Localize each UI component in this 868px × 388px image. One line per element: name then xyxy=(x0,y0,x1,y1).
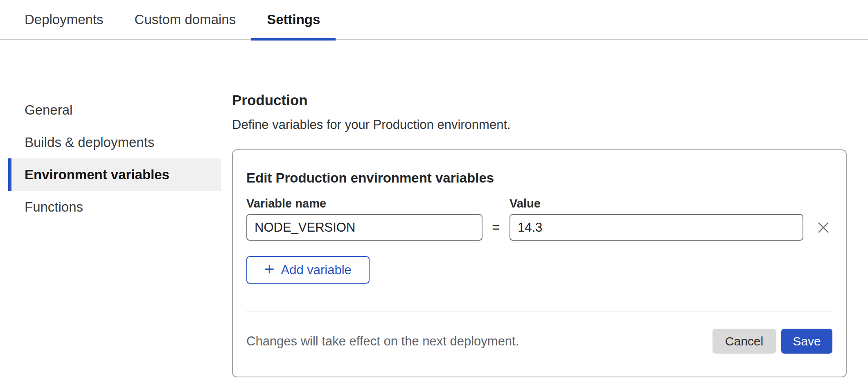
footer-actions: Cancel Save xyxy=(712,329,832,354)
sidebar-item-general[interactable]: General xyxy=(8,94,221,126)
sidebar-item-builds-deployments[interactable]: Builds & deployments xyxy=(8,126,221,158)
plus-icon: + xyxy=(264,261,275,278)
remove-variable-button[interactable] xyxy=(814,219,832,237)
tab-settings[interactable]: Settings xyxy=(251,0,336,39)
sidebar-item-functions[interactable]: Functions xyxy=(8,191,221,223)
add-variable-button[interactable]: + Add variable xyxy=(246,256,370,284)
project-tabbar: Deployments Custom domains Settings xyxy=(0,0,868,40)
close-icon xyxy=(817,221,830,234)
page-title: Production xyxy=(232,91,847,109)
save-button[interactable]: Save xyxy=(781,329,832,354)
settings-sidebar: General Builds & deployments Environment… xyxy=(8,94,221,223)
equals-sign: = xyxy=(482,220,510,235)
variable-value-input[interactable] xyxy=(510,214,803,241)
edit-variables-card: Edit Production environment variables Va… xyxy=(232,149,847,377)
environment-variables-panel: Production Define variables for your Pro… xyxy=(232,40,847,377)
variable-row: = xyxy=(246,214,832,241)
card-title: Edit Production environment variables xyxy=(246,170,832,186)
settings-content: General Builds & deployments Environment… xyxy=(0,40,868,377)
tab-deployments[interactable]: Deployments xyxy=(9,0,119,39)
variable-name-label: Variable name xyxy=(246,196,482,211)
variable-name-input[interactable] xyxy=(246,214,482,241)
footer-note: Changes will take effect on the next dep… xyxy=(246,334,519,349)
card-divider xyxy=(246,311,832,311)
variable-labels-row: Variable name Value xyxy=(246,196,832,211)
cancel-button[interactable]: Cancel xyxy=(712,329,776,354)
value-label: Value xyxy=(510,196,803,211)
card-footer: Changes will take effect on the next dep… xyxy=(246,315,832,354)
sidebar-item-environment-variables[interactable]: Environment variables xyxy=(8,158,221,191)
tab-custom-domains[interactable]: Custom domains xyxy=(119,0,252,39)
page-subtitle: Define variables for your Production env… xyxy=(232,117,847,133)
add-variable-label: Add variable xyxy=(281,263,352,277)
